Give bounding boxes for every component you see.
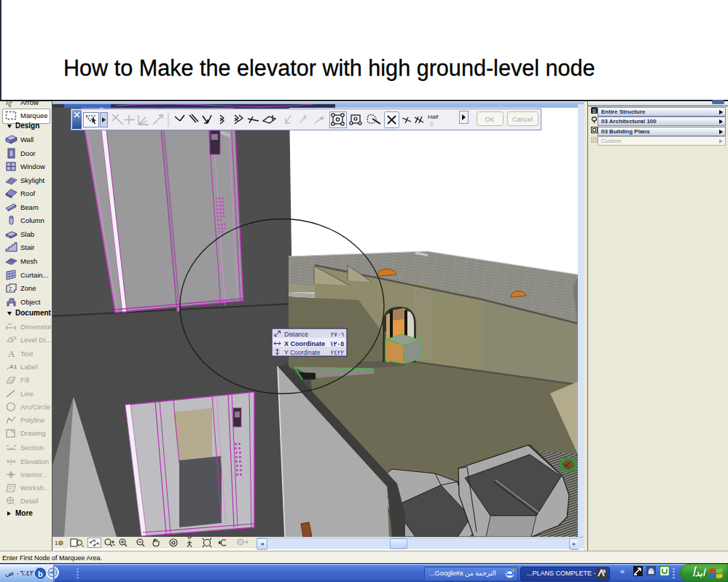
svg-text:12: 12 [12, 336, 17, 340]
svg-text:٢٤٢٢: ٢٤٢٢ [331, 349, 345, 356]
svg-text:Z: Z [9, 286, 12, 291]
svg-text:١٢٠٥: ١٢٠٥ [330, 340, 345, 347]
svg-text:OK: OK [485, 116, 494, 123]
svg-text:2: 2 [430, 121, 434, 127]
svg-text:X Coordinate: X Coordinate [284, 340, 325, 347]
svg-text:Distance: Distance [284, 331, 308, 338]
svg-text:S: S [592, 109, 596, 114]
svg-text:Y Coordinate: Y Coordinate [284, 349, 321, 356]
svg-text:A1: A1 [9, 363, 17, 370]
svg-text:1: 1 [55, 540, 58, 546]
svg-text:٢٧٠٦: ٢٧٠٦ [331, 331, 345, 338]
svg-text:A: A [8, 348, 15, 359]
svg-text:Cancel: Cancel [512, 116, 533, 123]
svg-text:b: b [38, 570, 43, 578]
svg-text:Half: Half [428, 114, 439, 120]
